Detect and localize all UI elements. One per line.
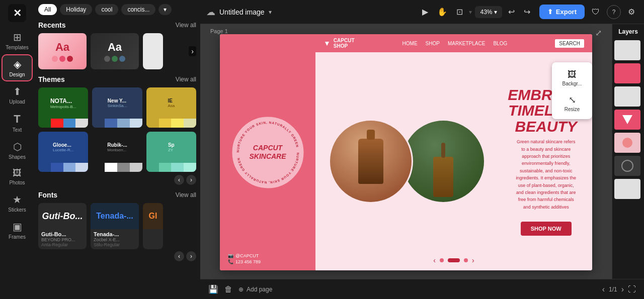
canvas-footer: 📷@CAPCUT 📞123 456 789 — [220, 253, 315, 264]
nav-shop[interactable]: SHOP — [426, 41, 440, 46]
sidebar-item-shapes[interactable]: ⬡ Shapes — [3, 138, 32, 163]
theme-card-5[interactable]: Sp ZY — [146, 132, 196, 172]
redo-btn[interactable]: ↪ — [521, 4, 533, 20]
layer-thumb-2[interactable] — [614, 86, 640, 107]
layer-thumb-5[interactable] — [614, 156, 640, 176]
shop-now-btn[interactable]: SHOP NOW — [521, 222, 572, 236]
filter-concise[interactable]: concis... — [121, 4, 155, 15]
nav-home[interactable]: HOME — [403, 41, 418, 46]
sidebar-item-design[interactable]: ◈ Design — [3, 55, 32, 80]
filter-cool[interactable]: cool — [95, 4, 118, 15]
theme-colors-3 — [38, 163, 88, 172]
hand-tool-btn[interactable]: ✋ — [434, 4, 450, 20]
shop-btn-container: SHOP NOW — [508, 216, 584, 236]
layers-title: Layers — [614, 28, 642, 35]
layer-thumb-4[interactable] — [614, 133, 640, 153]
fullscreen-btn[interactable]: ⛶ — [628, 285, 636, 294]
canvas-container[interactable]: Page 1 ⤢ NURTURE YOUR SKIN, NATURALLY — [200, 24, 612, 279]
zoom-btn[interactable]: 43% ▾ — [475, 6, 502, 18]
filter-more-dropdown[interactable]: ▾ — [158, 4, 172, 15]
page-indicator: 1/1 — [609, 286, 617, 293]
nav-marketplace[interactable]: MARKETPLACE — [448, 41, 485, 46]
theme-card-4[interactable]: Rubik-... Montserr... — [92, 132, 142, 172]
layer-thumb-6[interactable] — [614, 179, 640, 199]
font-preview-text-1: Tenada-... — [96, 212, 133, 221]
theme-card-2[interactable]: IE Asa — [146, 87, 196, 128]
theme-card-1[interactable]: New Y... SinkinSa... — [92, 87, 142, 128]
delete-page-btn[interactable]: 🗑 — [224, 285, 232, 294]
shield-btn[interactable]: 🛡 — [589, 5, 603, 20]
select-tool-btn[interactable]: ▶ — [419, 4, 431, 20]
fonts-prev-btn[interactable]: ‹ — [174, 251, 184, 261]
help-btn[interactable]: ? — [607, 5, 621, 19]
design-canvas[interactable]: NURTURE YOUR SKIN, NATURALLY GREEN NURTU… — [220, 34, 592, 270]
sidebar-item-text[interactable]: T Text — [3, 110, 32, 136]
page-prev-btn[interactable]: ‹ — [602, 285, 605, 294]
recent-card-0[interactable]: Aa — [38, 33, 87, 69]
theme-card-3[interactable]: Glooe... Lucette-R... — [38, 132, 88, 172]
expand-icon[interactable]: ⤢ — [595, 28, 602, 38]
page-nav: ‹ 1/1 › ⛶ — [602, 285, 636, 294]
main-area: ☁ Untitled image ▾ ▶ ✋ ⊡ ▾ 43% ▾ ↩ ↪ ⬆ E… — [200, 0, 644, 299]
sidebar-item-templates[interactable]: ⊞ Templates — [3, 28, 32, 53]
app-logo[interactable]: ✕ — [8, 4, 26, 22]
layer-thumb-0[interactable] — [614, 40, 640, 60]
prev-page-btn[interactable]: ‹ — [433, 256, 436, 264]
filter-all[interactable]: All — [38, 4, 57, 15]
fonts-next-btn[interactable]: › — [186, 251, 196, 261]
design-icon: ◈ — [14, 58, 21, 70]
themes-prev-btn[interactable]: ‹ — [174, 175, 184, 185]
top-bar-left: ☁ Untitled image ▾ — [206, 7, 272, 18]
font-card-0[interactable]: Guti-Bo... Guti-Bo... BEYOND PRO... Anta… — [38, 203, 87, 249]
themes-view-all[interactable]: View all — [176, 76, 196, 83]
page-label: Page 1 — [210, 28, 228, 34]
recents-view-all[interactable]: View all — [176, 22, 196, 29]
recents-next-btn[interactable]: › — [189, 46, 196, 56]
next-page-btn[interactable]: › — [472, 256, 474, 264]
fonts-grid: Guti-Bo... Guti-Bo... BEYOND PRO... Anta… — [38, 203, 196, 249]
settings-btn[interactable]: ⚙ — [625, 4, 638, 20]
page-dot-inactive — [440, 258, 444, 262]
font-card-2[interactable]: Gl — [143, 203, 163, 249]
title-dropdown-arrow[interactable]: ▾ — [269, 9, 272, 16]
recent-card-partial[interactable] — [143, 33, 163, 69]
nav-search-btn[interactable]: SEARCH — [555, 39, 584, 48]
background-tool[interactable]: 🖼 Backgr... — [556, 66, 588, 89]
canvas-pagination: ‹ › — [315, 256, 592, 264]
recent-card-1[interactable]: Aa — [91, 33, 139, 69]
templates-icon: ⊞ — [13, 31, 22, 43]
layout-tool-btn[interactable]: ⊡ — [453, 4, 466, 20]
layout-dropdown[interactable]: ▾ — [469, 9, 472, 16]
export-btn[interactable]: ⬆ Export — [539, 5, 585, 19]
theme-top-3: Glooe... Lucette-R... — [38, 132, 88, 163]
frames-icon: ▣ — [13, 221, 22, 233]
sidebar-item-stickers[interactable]: ★ Stickers — [3, 190, 32, 216]
sidebar-item-label: Shapes — [9, 154, 26, 160]
resize-label: Resize — [565, 107, 580, 112]
canvas-left-column: NURTURE YOUR SKIN, NATURALLY GREEN NURTU… — [220, 34, 315, 270]
sidebar-item-photos[interactable]: 🖼 Photos — [3, 165, 32, 188]
shapes-icon: ⬡ — [13, 141, 22, 153]
resize-tool[interactable]: ⤡ Resize — [556, 91, 588, 115]
color-dots — [52, 56, 73, 62]
sidebar-item-upload[interactable]: ⬆ Upload — [3, 82, 32, 108]
add-page-btn[interactable]: ⊕ Add page — [238, 286, 272, 293]
theme-text-1: New Y... SinkinSa... — [108, 98, 127, 108]
layer-thumb-3[interactable] — [614, 110, 640, 130]
dot-1 — [52, 56, 58, 62]
font-card-1[interactable]: Tenada-... Tenada-... Zocbel X-E... Stil… — [91, 203, 139, 249]
themes-next-btn[interactable]: › — [186, 175, 196, 185]
photos-icon: 🖼 — [13, 168, 22, 178]
theme-colors-2 — [146, 119, 196, 128]
sidebar-item-frames[interactable]: ▣ Frames — [3, 218, 32, 243]
save-page-btn[interactable]: 💾 — [208, 284, 218, 294]
page-next-btn[interactable]: › — [621, 285, 624, 294]
nav-blog[interactable]: BLOG — [493, 41, 507, 46]
theme-text-5: Sp ZY — [168, 142, 175, 152]
filter-holiday[interactable]: Holiday — [60, 4, 92, 15]
fonts-view-all[interactable]: View all — [176, 191, 196, 198]
theme-card-0[interactable]: NOTA... Metropolis-B... — [38, 87, 88, 128]
layer-thumb-1[interactable] — [614, 63, 640, 83]
circle-brand-line1: CAPCUT — [253, 144, 282, 152]
undo-btn[interactable]: ↩ — [505, 4, 518, 20]
